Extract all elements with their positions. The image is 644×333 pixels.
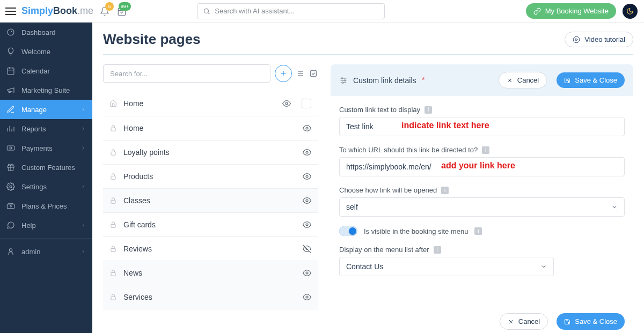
list-view-icon[interactable] <box>296 69 305 78</box>
sidebar-icon <box>6 28 15 36</box>
sidebar-item-calendar[interactable]: Calendar <box>0 61 92 80</box>
eye-icon[interactable] <box>303 293 311 301</box>
sidebar-item-reports[interactable]: Reports <box>0 119 92 138</box>
eye-icon[interactable] <box>303 172 311 181</box>
eye-off-icon[interactable] <box>303 245 311 253</box>
open-mode-label: Choose how link will be opened <box>339 186 437 194</box>
svg-rect-17 <box>111 128 115 131</box>
notifications-button[interactable]: 5 <box>100 6 109 16</box>
dark-mode-toggle[interactable] <box>623 4 638 19</box>
page-item-label: Gift cards <box>123 220 156 229</box>
eye-icon[interactable] <box>303 124 311 132</box>
open-mode-select[interactable]: self <box>339 197 625 217</box>
my-booking-website-button[interactable]: My Booking Website <box>526 3 616 19</box>
sidebar-item-plans-&-prices[interactable]: Plans & Prices <box>0 196 92 216</box>
info-icon[interactable]: i <box>425 106 432 114</box>
link-text-input[interactable] <box>339 117 625 136</box>
home-icon <box>109 100 117 107</box>
page-item[interactable]: Home <box>103 116 318 140</box>
svg-rect-23 <box>111 200 115 203</box>
lock-icon <box>109 269 117 277</box>
page-item[interactable]: Services <box>103 285 318 309</box>
panel-save-button[interactable]: Save & Close <box>557 72 625 88</box>
page-item-label: Products <box>123 172 153 181</box>
url-label: To which URL should this link be directe… <box>339 146 478 154</box>
sidebar-item-marketing-suite[interactable]: Marketing Suite <box>0 80 92 100</box>
sidebar-icon <box>6 86 15 94</box>
info-icon[interactable]: i <box>482 146 489 154</box>
sidebar-label: Calendar <box>21 67 50 75</box>
page-item[interactable]: Home <box>103 91 318 116</box>
page-item[interactable]: Products <box>103 165 318 189</box>
sidebar-item-payments[interactable]: Payments <box>0 138 92 158</box>
link-icon <box>533 8 541 15</box>
search-placeholder: Search with AI assistant... <box>215 7 295 15</box>
visible-toggle[interactable] <box>339 226 357 236</box>
sidebar-item-dashboard[interactable]: Dashboard <box>0 23 92 42</box>
sidebar-label: Custom Features <box>21 164 75 172</box>
svg-rect-29 <box>111 272 115 276</box>
page-item-label: News <box>123 269 142 277</box>
display-after-select[interactable]: Contact Us <box>339 257 554 276</box>
svg-rect-25 <box>111 224 115 227</box>
calendar-check-button[interactable]: 99+ <box>117 6 127 16</box>
global-search[interactable]: Search with AI assistant... <box>197 3 385 19</box>
chevron-down-icon <box>611 204 618 210</box>
select-all-icon[interactable] <box>309 69 318 78</box>
eye-icon[interactable] <box>303 148 311 157</box>
save-icon <box>564 77 570 84</box>
info-icon[interactable]: i <box>434 246 441 254</box>
visible-toggle-label: Is visible in the booking site menu <box>364 227 468 235</box>
lock-icon <box>109 124 117 132</box>
panel-cancel-button[interactable]: Cancel <box>499 72 547 88</box>
sidebar-item-settings[interactable]: Settings <box>0 177 92 196</box>
sidebar-item-welcome[interactable]: Welcome <box>0 42 92 61</box>
eye-icon[interactable] <box>282 99 291 108</box>
custom-link-panel: Custom link details * Cancel Save & Clos… <box>331 64 633 295</box>
svg-point-36 <box>341 77 343 79</box>
svg-rect-4 <box>7 146 14 150</box>
menu-toggle[interactable] <box>5 8 16 15</box>
video-tutorial-button[interactable]: Video tutorial <box>565 32 633 47</box>
svg-point-7 <box>10 186 12 188</box>
sidebar-admin[interactable]: admin <box>0 242 92 261</box>
eye-icon[interactable] <box>303 220 311 229</box>
sidebar-item-custom-features[interactable]: Custom Features <box>0 158 92 177</box>
page-item[interactable]: Loyalty points <box>103 140 318 165</box>
svg-point-1 <box>204 9 209 13</box>
sidebar-icon <box>6 124 15 133</box>
display-after-label: Display on the menu list after <box>339 246 429 254</box>
sidebar-icon <box>6 163 15 172</box>
page-item-label: Loyalty points <box>123 148 170 157</box>
svg-point-22 <box>306 175 308 177</box>
page-search-input[interactable] <box>103 64 270 83</box>
sidebar-item-manage[interactable]: Manage <box>0 100 92 119</box>
page-item-label: Reviews <box>123 245 152 253</box>
page-item[interactable]: Reviews <box>103 237 318 261</box>
settings-icon <box>339 76 348 85</box>
footer-save-button[interactable]: Save & Close <box>557 313 625 330</box>
lock-icon <box>109 149 117 156</box>
svg-point-18 <box>306 127 308 129</box>
sidebar-label: Plans & Prices <box>21 202 67 210</box>
page-item[interactable]: Gift cards <box>103 213 318 237</box>
page-item-label: Home <box>123 99 143 108</box>
footer-cancel-button[interactable]: Cancel <box>500 313 548 330</box>
sidebar-label: Help <box>21 221 36 230</box>
add-page-button[interactable]: + <box>275 65 292 82</box>
eye-icon[interactable] <box>303 196 311 205</box>
page-item[interactable]: News <box>103 261 318 285</box>
sidebar-icon <box>6 105 15 114</box>
sidebar-item-help[interactable]: Help <box>0 216 92 235</box>
close-icon <box>507 77 513 84</box>
info-icon[interactable]: i <box>441 187 449 194</box>
info-icon[interactable]: i <box>474 227 482 235</box>
eye-icon[interactable] <box>303 269 311 277</box>
sidebar-label: Reports <box>21 125 46 133</box>
svg-rect-31 <box>111 297 115 300</box>
url-input[interactable] <box>339 157 625 176</box>
brand-logo: SimplyBook.me <box>21 5 93 17</box>
page-checkbox[interactable] <box>302 99 311 108</box>
lock-icon <box>109 245 117 253</box>
page-item[interactable]: Classes <box>103 189 318 213</box>
